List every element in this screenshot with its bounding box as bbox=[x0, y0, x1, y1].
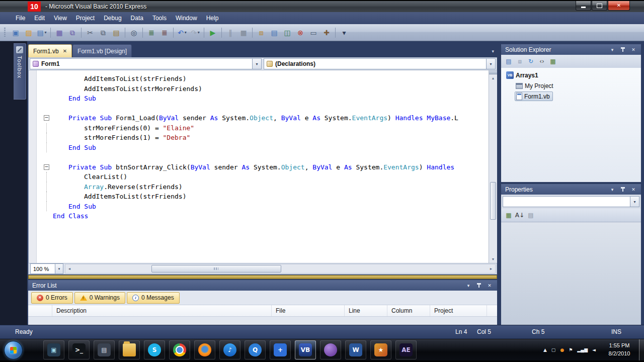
properties-pin-icon[interactable] bbox=[619, 186, 626, 193]
comment-icon[interactable]: ≣ bbox=[145, 27, 158, 39]
uncomment-icon[interactable]: ≣ bbox=[158, 27, 171, 39]
save-icon[interactable]: ▦ bbox=[53, 27, 66, 39]
se-refresh-icon[interactable]: ↻ bbox=[525, 56, 536, 66]
scroll-down-icon[interactable]: ▼ bbox=[489, 255, 497, 263]
stop-debug-icon[interactable]: ■ bbox=[237, 27, 250, 39]
horizontal-scroll-thumb[interactable] bbox=[151, 265, 281, 273]
app-chrome-icon[interactable] bbox=[169, 340, 190, 359]
errors-filter-button[interactable]: 0 Errors bbox=[31, 292, 73, 304]
properties-window-icon[interactable]: ▤ bbox=[268, 27, 281, 39]
messages-filter-button[interactable]: 0 Messages bbox=[127, 292, 180, 304]
zoom-dropdown-icon[interactable]: ▾ bbox=[55, 264, 63, 274]
column-header-column[interactable]: Column bbox=[387, 305, 430, 316]
menu-edit[interactable]: Edit bbox=[30, 12, 49, 24]
object-combo[interactable]: Form1 ▾ bbox=[30, 58, 262, 69]
collapse-toggle-icon[interactable]: − bbox=[44, 115, 49, 121]
se-show-all-files-icon[interactable]: ⧈ bbox=[514, 56, 525, 66]
column-header-description[interactable]: Description bbox=[52, 305, 272, 316]
error-list-pin-icon[interactable] bbox=[475, 282, 482, 289]
app-after-effects-icon[interactable]: AE bbox=[395, 340, 417, 359]
editor-horizontal-scrollbar[interactable]: ◄ ► bbox=[65, 264, 496, 274]
copy-icon[interactable]: ⧉ bbox=[97, 27, 110, 39]
dropdown-arrow-icon[interactable]: ▾ bbox=[198, 30, 200, 35]
editor-vertical-scrollbar[interactable]: ▲ ▼ bbox=[489, 70, 497, 263]
se-properties-icon[interactable]: ▤ bbox=[503, 56, 514, 66]
hidden-icons-button[interactable]: ▲ bbox=[543, 348, 547, 352]
app-games-explorer-icon[interactable]: ★ bbox=[370, 340, 391, 359]
active-files-dropdown-icon[interactable]: ▾ bbox=[492, 49, 494, 54]
menu-tools[interactable]: Tools bbox=[148, 12, 171, 24]
tree-item-arrays1[interactable]: Arrays1 bbox=[501, 70, 641, 80]
editor-split-handle[interactable] bbox=[489, 70, 497, 74]
props-categorized-icon[interactable]: ▦ bbox=[503, 210, 514, 220]
app-windows-explorer-icon[interactable] bbox=[119, 340, 140, 359]
break-all-icon[interactable]: ‖ bbox=[224, 27, 237, 39]
column-header-project[interactable]: Project bbox=[430, 305, 487, 316]
immediate-window-icon[interactable]: ▭ bbox=[307, 27, 320, 39]
app-quicktime-icon[interactable]: Q bbox=[245, 340, 266, 359]
properties-menu-icon[interactable]: ▾ bbox=[609, 186, 616, 193]
app-word-icon[interactable]: W bbox=[345, 340, 366, 359]
toolbar-options-icon[interactable]: ▾ bbox=[338, 27, 351, 39]
menu-debug[interactable]: Debug bbox=[99, 12, 126, 24]
properties-combo-arrow-icon[interactable]: ▾ bbox=[630, 197, 639, 207]
undo-icon[interactable]: ↶▾ bbox=[176, 27, 189, 39]
tree-item-form1-vb[interactable]: Form1.vb bbox=[501, 91, 641, 102]
error-list-close-icon[interactable]: ✕ bbox=[486, 282, 493, 289]
cut-icon[interactable]: ✂ bbox=[84, 27, 97, 39]
tray-network-icon[interactable]: ▂▄▆ bbox=[577, 348, 588, 352]
new-project-icon[interactable]: ▣ bbox=[9, 27, 22, 39]
tray-display-icon[interactable]: ▢ bbox=[551, 348, 556, 352]
menu-view[interactable]: View bbox=[49, 12, 71, 24]
member-combo-arrow-icon[interactable]: ▾ bbox=[486, 59, 495, 69]
object-combo-arrow-icon[interactable]: ▾ bbox=[252, 59, 261, 69]
tray-update-icon[interactable]: ● bbox=[560, 348, 564, 352]
app-command-prompt-icon[interactable]: >_ bbox=[68, 340, 90, 359]
menu-window[interactable]: Window bbox=[171, 12, 202, 24]
scroll-left-icon[interactable]: ◄ bbox=[65, 267, 73, 270]
dropdown-arrow-icon[interactable]: ▾ bbox=[45, 30, 47, 35]
scroll-right-icon[interactable]: ► bbox=[487, 267, 495, 270]
solution-explorer-pin-icon[interactable] bbox=[619, 46, 626, 53]
menu-file[interactable]: File bbox=[11, 12, 30, 24]
show-desktop-button[interactable] bbox=[639, 339, 644, 360]
start-debug-icon[interactable]: ▶ bbox=[206, 27, 219, 39]
start-button[interactable] bbox=[4, 341, 23, 359]
redo-icon[interactable]: ↷▾ bbox=[189, 27, 202, 39]
code-editor[interactable]: AddItemsToList(strFriends)AddItemsToList… bbox=[28, 70, 497, 263]
props-alphabetical-icon[interactable]: A↓ bbox=[514, 210, 525, 220]
close-button[interactable]: ✕ bbox=[608, 1, 630, 11]
editor-splitter[interactable] bbox=[28, 275, 497, 279]
column-header-file[interactable]: File bbox=[272, 305, 345, 316]
collapse-toggle-icon[interactable]: − bbox=[44, 164, 49, 170]
minimize-button[interactable] bbox=[576, 1, 591, 11]
add-item-icon[interactable]: ▤▾ bbox=[35, 27, 48, 39]
app-vb-express-icon[interactable]: VB bbox=[295, 340, 316, 359]
scroll-up-icon[interactable]: ▲ bbox=[489, 74, 497, 82]
menu-project[interactable]: Project bbox=[71, 12, 99, 24]
tab-close-icon[interactable]: ✕ bbox=[63, 48, 67, 54]
tray-volume-icon[interactable]: ◄ bbox=[592, 348, 596, 352]
dropdown-arrow-icon[interactable]: ▾ bbox=[185, 30, 187, 35]
error-list-menu-icon[interactable]: ▾ bbox=[465, 282, 472, 289]
solution-explorer-icon[interactable]: ⧈ bbox=[255, 27, 268, 39]
solution-explorer-close-icon[interactable]: ✕ bbox=[630, 46, 637, 53]
document-tab-form1-vb[interactable]: Form1.vb✕ bbox=[28, 44, 72, 57]
props-property-pages-icon[interactable]: ▤ bbox=[525, 210, 536, 220]
properties-object-combo[interactable]: ▾ bbox=[503, 196, 639, 207]
zoom-combo[interactable]: 100 % ▾ bbox=[30, 263, 63, 274]
se-view-designer-icon[interactable]: ▦ bbox=[547, 56, 558, 66]
warnings-filter-button[interactable]: 0 Warnings bbox=[74, 292, 125, 304]
tray-action-center-icon[interactable]: ⚑ bbox=[569, 348, 573, 352]
app-firefox-icon[interactable] bbox=[194, 340, 215, 359]
open-file-icon[interactable]: ▨ bbox=[22, 27, 35, 39]
member-combo[interactable]: (Declarations) ▾ bbox=[264, 58, 496, 69]
app-itunes-icon[interactable]: ♪ bbox=[219, 340, 240, 359]
menu-data[interactable]: Data bbox=[126, 12, 148, 24]
app-windows-live-icon[interactable]: + bbox=[270, 340, 291, 359]
error-list-icon[interactable]: ⊗ bbox=[294, 27, 307, 39]
taskbar-clock[interactable]: 1:55 PM 8/2/2010 bbox=[601, 341, 638, 357]
properties-close-icon[interactable]: ✕ bbox=[630, 186, 637, 193]
toolbox-window-icon[interactable]: ✚ bbox=[320, 27, 333, 39]
app-media-player-icon[interactable] bbox=[320, 340, 341, 359]
